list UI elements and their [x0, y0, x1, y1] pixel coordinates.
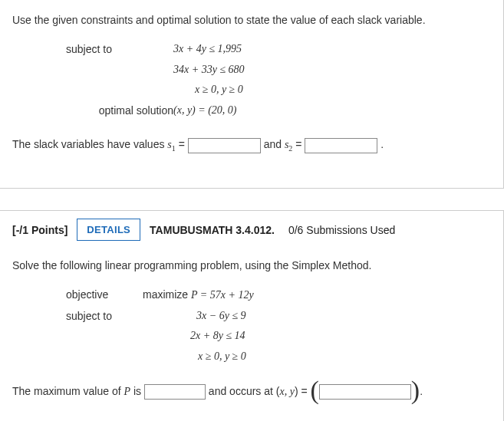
q2-prompt: Solve the following linear programming p… [12, 258, 491, 274]
q1-prompt: Use the given constraints and optimal so… [12, 12, 491, 28]
big-close-paren: ) [411, 376, 420, 404]
occurs-text: and occurs at (x, y) = [206, 385, 311, 397]
q2-constraint-3: x ≥ 0, y ≥ 0 [143, 347, 246, 367]
question-1: Use the given constraints and optimal so… [0, 0, 504, 189]
points-label: [-/1 Points] [12, 224, 68, 236]
q1-constraints: subject to 3x + 4y ≤ 1,995 34x + 33y ≤ 6… [66, 39, 491, 120]
objective-label: objective [66, 285, 143, 306]
q1-constraint-1: 3x + 4y ≤ 1,995 [173, 39, 242, 60]
q2-constraint-2: 2x + 8y ≤ 14 [143, 326, 245, 347]
q1-constraint-3: x ≥ 0, y ≥ 0 [173, 80, 243, 100]
big-open-paren: ( [311, 376, 319, 404]
p-value-input[interactable] [144, 384, 206, 400]
q2-header: [-/1 Points] DETAILS TAMUBUSMATH 3.4.012… [12, 211, 491, 255]
q1-answer-line: The slack variables have values s1 = and… [12, 133, 491, 157]
details-button[interactable]: DETAILS [77, 219, 140, 241]
is-text: is [130, 385, 144, 397]
q2-constraints: objective maximize P = 57x + 12y subject… [66, 285, 491, 367]
q1-optimal-value: (x, y) = (20, 0) [173, 100, 237, 121]
and-text: and [261, 138, 285, 150]
source-label: TAMUBUSMATH 3.4.012. [150, 224, 275, 236]
s1-input[interactable] [188, 138, 261, 153]
q2-answer-line: The maximum value of P is and occurs at … [12, 380, 491, 404]
q2-answer-prefix: The maximum value of [12, 385, 124, 397]
subject-to-label: subject to [66, 39, 173, 60]
optimal-solution-label: optimal solution [66, 100, 189, 121]
question-2: [-/1 Points] DETAILS TAMUBUSMATH 3.4.012… [0, 210, 504, 421]
q2-objective: maximize P = 57x + 12y [143, 285, 254, 306]
q1-answer-prefix: The slack variables have values [12, 138, 167, 150]
eq-1: = [176, 138, 188, 150]
q1-constraint-2: 34x + 33y ≤ 680 [173, 60, 245, 81]
eq-2: = [292, 138, 305, 150]
q2-constraint-1: 3x − 6y ≤ 9 [143, 306, 246, 327]
p-var: P [124, 386, 131, 397]
submissions-used: 0/6 Submissions Used [288, 224, 395, 236]
s2-input[interactable] [305, 138, 377, 153]
xy-input[interactable] [319, 384, 411, 400]
q2-period: . [420, 385, 423, 397]
q2-subject-to-label: subject to [66, 306, 143, 327]
q1-period: . [377, 138, 384, 150]
